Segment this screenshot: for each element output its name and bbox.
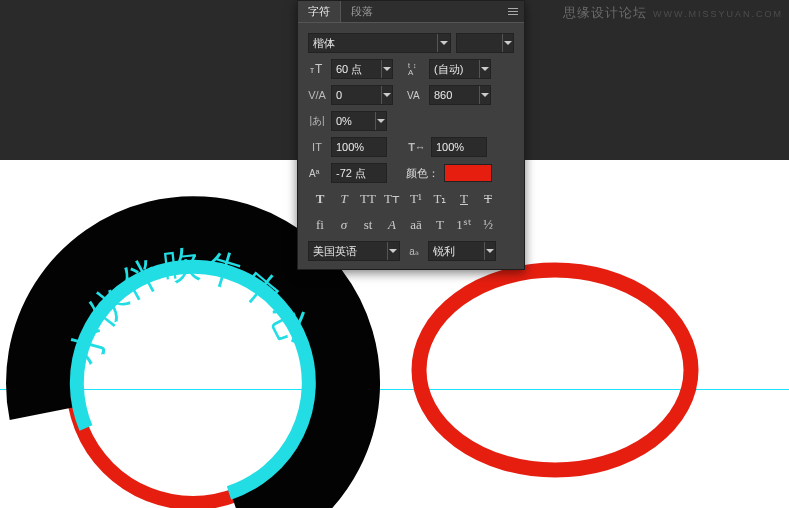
fractions-button[interactable]: ½ <box>476 215 500 235</box>
discretionary-lig-button[interactable]: st <box>356 215 380 235</box>
leading-field[interactable] <box>429 59 491 79</box>
tracking-input[interactable] <box>430 89 479 101</box>
subscript-button[interactable]: T₁ <box>428 189 452 209</box>
antialias-input[interactable] <box>429 245 484 257</box>
font-size-input[interactable] <box>332 63 381 75</box>
tsume-field[interactable] <box>331 111 387 131</box>
smallcaps-button[interactable]: Tᴛ <box>380 189 404 209</box>
panel-menu-icon[interactable] <box>502 1 524 23</box>
stylistic-alt-button[interactable]: aā <box>404 215 428 235</box>
contextual-alt-button[interactable]: σ <box>332 215 356 235</box>
kerning-icon: V/A <box>308 85 326 105</box>
color-label: 颜色： <box>406 166 439 181</box>
font-style-select[interactable] <box>456 33 514 53</box>
vscale-field[interactable] <box>331 137 387 157</box>
color-swatch[interactable] <box>444 164 492 182</box>
baseline-icon: Aª <box>308 163 326 183</box>
tsume-input[interactable] <box>332 115 375 127</box>
font-style-input[interactable] <box>457 37 502 49</box>
strikethrough-button[interactable]: T <box>476 189 500 209</box>
italic-button[interactable]: T <box>332 189 356 209</box>
svg-text:т: т <box>310 65 314 75</box>
ordinals-button[interactable]: 1ˢᵗ <box>452 215 476 235</box>
hscale-field[interactable] <box>431 137 487 157</box>
baseline-field[interactable] <box>331 163 387 183</box>
chevron-down-icon[interactable] <box>484 242 495 260</box>
svg-text:VA: VA <box>407 90 420 101</box>
chevron-down-icon[interactable] <box>479 86 490 104</box>
red-ellipse[interactable] <box>419 270 691 470</box>
superscript-button[interactable]: T¹ <box>404 189 428 209</box>
type-style-buttons: T T TT Tᴛ T¹ T₁ T T <box>308 189 514 209</box>
antialias-select[interactable] <box>428 241 496 261</box>
vscale-icon: IT <box>308 137 326 157</box>
vscale-input[interactable] <box>332 141 386 153</box>
hscale-icon: T↔ <box>408 137 426 157</box>
chevron-down-icon[interactable] <box>375 112 386 130</box>
tracking-icon: VA <box>406 85 424 105</box>
tracking-field[interactable] <box>429 85 491 105</box>
language-input[interactable] <box>309 245 387 257</box>
antialias-icon: aₐ <box>404 241 424 261</box>
chevron-down-icon[interactable] <box>387 242 399 260</box>
svg-text:T: T <box>315 62 323 76</box>
svg-text:↕: ↕ <box>413 62 417 69</box>
ligature-fi-button[interactable]: fi <box>308 215 332 235</box>
chevron-down-icon[interactable] <box>502 34 513 52</box>
language-select[interactable] <box>308 241 400 261</box>
chevron-down-icon[interactable] <box>437 34 450 52</box>
chevron-down-icon[interactable] <box>381 60 392 78</box>
underline-button[interactable]: T <box>452 189 476 209</box>
leading-icon: t↕A <box>406 59 424 79</box>
kerning-field[interactable] <box>331 85 393 105</box>
chevron-down-icon[interactable] <box>479 60 490 78</box>
baseline-input[interactable] <box>332 167 386 179</box>
font-size-icon: тT <box>308 59 326 79</box>
bold-button[interactable]: T <box>308 189 332 209</box>
font-family-input[interactable] <box>309 37 437 49</box>
kerning-input[interactable] <box>332 89 381 101</box>
chevron-down-icon[interactable] <box>381 86 392 104</box>
tab-paragraph[interactable]: 段落 <box>341 1 383 22</box>
watermark: 思缘设计论坛WWW.MISSYUAN.COM <box>563 4 783 22</box>
swash-button[interactable]: A <box>380 215 404 235</box>
allcaps-button[interactable]: TT <box>356 189 380 209</box>
titling-alt-button[interactable]: T <box>428 215 452 235</box>
tab-character[interactable]: 字符 <box>298 1 341 22</box>
panel-tabs: 字符 段落 <box>298 1 524 23</box>
svg-text:Aª: Aª <box>309 168 320 179</box>
font-family-select[interactable] <box>308 33 451 53</box>
hscale-input[interactable] <box>432 141 486 153</box>
leading-input[interactable] <box>430 63 479 75</box>
character-panel: 字符 段落 тT t↕A <box>297 0 525 270</box>
svg-text:A: A <box>408 68 414 76</box>
font-size-field[interactable] <box>331 59 393 79</box>
tsume-icon: |あ| <box>308 111 326 131</box>
